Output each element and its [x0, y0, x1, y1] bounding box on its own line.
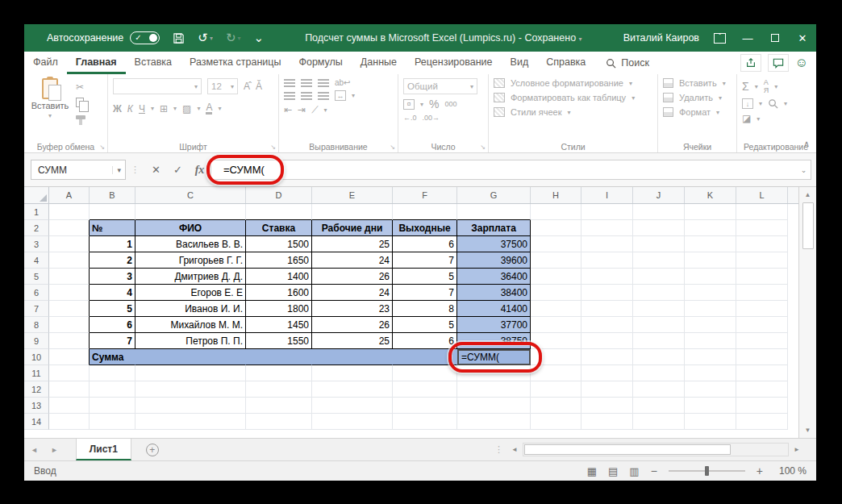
cell-C3[interactable]: Васильев В. В.: [135, 236, 246, 252]
thousands-format-icon[interactable]: 000: [444, 100, 456, 108]
cell-B7[interactable]: 5: [90, 301, 135, 317]
tab-review[interactable]: Рецензирование: [406, 52, 502, 74]
cell-J10[interactable]: [633, 349, 685, 365]
zoom-slider-knob[interactable]: [705, 466, 709, 476]
cell-C7[interactable]: Иванов И. И.: [135, 301, 246, 317]
cell-E14[interactable]: [312, 414, 393, 430]
column-header-H[interactable]: H: [531, 187, 581, 203]
tab-data[interactable]: Данные: [352, 52, 406, 74]
cell-J3[interactable]: [633, 236, 685, 252]
cell-E5[interactable]: 26: [312, 269, 393, 285]
page-break-view-button[interactable]: ▥: [629, 465, 639, 477]
tab-file[interactable]: Файл: [24, 52, 67, 74]
wrap-text-icon[interactable]: ab↩: [335, 78, 351, 87]
tab-scroll-splitter[interactable]: ⋮: [491, 444, 506, 455]
cell-E7[interactable]: 23: [312, 301, 393, 317]
delete-cells-button[interactable]: Удалить: [679, 93, 713, 102]
cell-K8[interactable]: [685, 317, 736, 333]
increase-decimal-icon[interactable]: ←.0: [403, 114, 417, 122]
user-name[interactable]: Виталий Каиров: [623, 32, 699, 44]
cell-D2[interactable]: Ставка: [246, 220, 312, 236]
sheet-nav-right-icon[interactable]: ►: [44, 439, 65, 460]
align-left-icon[interactable]: [284, 92, 295, 94]
redo-button[interactable]: ↻▾: [226, 31, 241, 45]
cell-A9[interactable]: [49, 333, 90, 349]
cancel-entry-button[interactable]: ✕: [145, 160, 167, 180]
cell-G4[interactable]: 39600: [457, 252, 531, 269]
cell-G12[interactable]: [457, 381, 531, 398]
share-button[interactable]: [740, 54, 761, 72]
scroll-down-icon[interactable]: ▼: [805, 423, 811, 438]
formula-input[interactable]: =СУММ(: [210, 160, 797, 180]
cell-D1[interactable]: [246, 204, 312, 220]
horizontal-scrollbar-thumb[interactable]: [524, 444, 731, 455]
ribbon-display-options-button[interactable]: ˆ: [714, 33, 726, 44]
cell-F6[interactable]: 7: [393, 285, 457, 301]
cell-C11[interactable]: [135, 365, 246, 381]
column-header-B[interactable]: B: [90, 187, 135, 203]
cell-B4[interactable]: 2: [90, 252, 135, 269]
row-header-7[interactable]: 7: [24, 301, 49, 317]
scroll-up-icon[interactable]: ▲: [805, 187, 811, 202]
cell-L12[interactable]: [736, 381, 788, 398]
cell-C9[interactable]: Петров П. П.: [135, 333, 246, 349]
column-header-C[interactable]: C: [135, 187, 246, 203]
bold-button[interactable]: Ж: [113, 103, 122, 115]
align-top-icon[interactable]: [284, 79, 295, 81]
cell-I9[interactable]: [581, 333, 633, 349]
zoom-slider[interactable]: [669, 470, 745, 472]
find-select-icon[interactable]: [768, 98, 778, 109]
cell-L4[interactable]: [736, 252, 788, 269]
cell-A11[interactable]: [49, 365, 90, 381]
cell-D5[interactable]: 1400: [246, 269, 312, 285]
cell-H9[interactable]: [531, 333, 581, 349]
cell-L13[interactable]: [736, 398, 788, 414]
tab-insert[interactable]: Вставка: [126, 52, 181, 74]
cell-B13[interactable]: [90, 398, 135, 414]
cell-K1[interactable]: [685, 204, 736, 220]
autosave-toggle[interactable]: ✓: [130, 31, 160, 44]
cell-E13[interactable]: [312, 398, 393, 414]
cell-F10[interactable]: [393, 349, 457, 365]
cell-H12[interactable]: [531, 381, 581, 398]
cell-G6[interactable]: 38400: [457, 285, 531, 301]
tab-formulas[interactable]: Формулы: [290, 52, 351, 74]
align-center-icon[interactable]: [301, 92, 312, 94]
cell-L6[interactable]: [736, 285, 788, 301]
underline-button[interactable]: Ч: [139, 103, 145, 115]
cell-B8[interactable]: 6: [90, 317, 135, 333]
horizontal-scrollbar-track[interactable]: [523, 443, 789, 456]
normal-view-button[interactable]: ▦: [587, 465, 597, 477]
cell-F1[interactable]: [393, 204, 457, 220]
cell-E11[interactable]: [312, 365, 393, 381]
cell-G11[interactable]: [457, 365, 531, 381]
cell-H4[interactable]: [531, 252, 581, 269]
cell-E1[interactable]: [312, 204, 393, 220]
row-header-4[interactable]: 4: [24, 252, 49, 269]
cell-C5[interactable]: Дмитриев Д. Д.: [135, 269, 246, 285]
cell-B11[interactable]: [90, 365, 135, 381]
row-header-8[interactable]: 8: [24, 317, 49, 333]
cell-I4[interactable]: [581, 252, 633, 269]
cell-A4[interactable]: [49, 252, 90, 269]
align-middle-icon[interactable]: [301, 79, 312, 81]
cell-D9[interactable]: 1550: [246, 333, 312, 349]
cell-J6[interactable]: [633, 285, 685, 301]
cell-L14[interactable]: [736, 414, 788, 430]
row-header-14[interactable]: 14: [24, 414, 49, 430]
cell-A3[interactable]: [49, 236, 90, 252]
cell-B14[interactable]: [90, 414, 135, 430]
cell-F14[interactable]: [393, 414, 457, 430]
column-header-J[interactable]: J: [633, 187, 685, 203]
cell-A2[interactable]: [49, 220, 90, 236]
cell-E12[interactable]: [312, 381, 393, 398]
scroll-right-icon[interactable]: ►: [789, 446, 805, 453]
cell-A7[interactable]: [49, 301, 90, 317]
cell-G10[interactable]: =СУММ(: [457, 349, 531, 365]
cell-B3[interactable]: 1: [90, 236, 135, 252]
fill-down-icon[interactable]: ↓: [742, 98, 753, 109]
percent-format-icon[interactable]: %: [429, 98, 439, 110]
cell-E9[interactable]: 25: [312, 333, 393, 349]
cell-F7[interactable]: 8: [393, 301, 457, 317]
increase-font-icon[interactable]: А̂: [244, 81, 250, 92]
